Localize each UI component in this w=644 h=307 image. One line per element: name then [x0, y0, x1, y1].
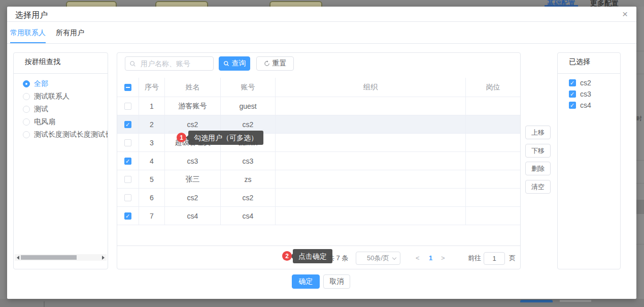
row-checkbox[interactable] [124, 121, 131, 128]
background-gray-button-sliver [560, 300, 591, 302]
item-checkbox[interactable] [569, 90, 576, 98]
goto-label: 前往 [468, 246, 481, 269]
current-page-button[interactable]: 1 [429, 246, 432, 269]
annotation-tooltip-1: 勾选用户（可多选） [188, 131, 263, 145]
radio-option-test[interactable]: 测试 [23, 103, 48, 115]
annotation-badge-1: 1 [177, 133, 186, 142]
user-search-input[interactable] [125, 56, 214, 71]
column-header-org: 组织 [276, 78, 466, 97]
reset-button[interactable]: 重置 [256, 56, 294, 71]
tab-bar: 常用联系人 所有用户 [7, 22, 636, 44]
tab-all-users[interactable]: 所有用户 [56, 22, 84, 43]
column-header-name: 姓名 [165, 78, 221, 97]
close-icon[interactable]: × [622, 9, 628, 20]
background-button-2 [155, 1, 208, 7]
query-button-label: 查询 [232, 59, 246, 68]
radio-icon [23, 118, 30, 126]
row-checkbox[interactable] [124, 103, 131, 110]
radio-icon [23, 80, 30, 87]
chevron-down-icon [392, 256, 396, 260]
background-button-1 [66, 1, 117, 7]
reset-button-label: 重置 [273, 59, 287, 68]
column-header-post: 岗位 [466, 78, 520, 97]
next-page-button[interactable]: > [441, 246, 445, 269]
horizontal-scrollbar[interactable] [15, 254, 107, 261]
background-page-right: 时 [636, 7, 644, 299]
radio-icon [23, 131, 30, 138]
row-checkbox[interactable] [124, 139, 131, 146]
cancel-button[interactable]: 取消 [323, 274, 350, 289]
group-panel-title: 按群组查找 [25, 57, 60, 67]
screen: 基础配置 更多配置 时 选择用户 × 常用联系人 所有用户 按群组查找 [0, 0, 644, 307]
confirm-button[interactable]: 确定 [292, 274, 320, 289]
radio-option-test-contacts[interactable]: 测试联系人 [23, 90, 70, 103]
user-table: 序号 姓名 账号 组织 岗位 1 游客账号 guest 2 [117, 78, 520, 225]
dialog-title: 选择用户 [15, 10, 48, 21]
background-button-3 [269, 1, 322, 7]
dialog-header: 选择用户 × [7, 7, 636, 22]
background-row-band [636, 200, 644, 214]
divider [558, 73, 620, 74]
radio-option-all[interactable]: 全部 [23, 77, 48, 90]
query-button[interactable]: 查询 [219, 56, 250, 71]
move-down-button[interactable]: 下移 [525, 144, 551, 158]
refresh-icon [264, 60, 270, 67]
delete-button[interactable]: 删除 [525, 162, 551, 175]
background-text-fragment: 时 [636, 115, 642, 122]
table-row[interactable]: 5 张三 zs [117, 170, 520, 189]
background-page-top: 基础配置 更多配置 [0, 0, 644, 7]
radio-icon [23, 106, 30, 113]
item-checkbox[interactable] [569, 102, 576, 109]
annotation-tooltip-2: 点击确定 [293, 249, 332, 263]
background-link-more-config: 更多配置 [590, 0, 619, 7]
table-row[interactable]: 4 cs3 cs3 [117, 152, 520, 170]
page-unit-label: 页 [509, 246, 516, 269]
radio-option-long-name[interactable]: 测试长度测试长度测试长度 [23, 128, 108, 141]
prev-page-button[interactable]: < [416, 246, 420, 269]
radio-option-fan[interactable]: 电风扇 [23, 115, 55, 128]
selected-item[interactable]: cs2 [569, 77, 591, 88]
tab-frequent-contacts[interactable]: 常用联系人 [10, 22, 46, 43]
table-row[interactable]: 7 cs4 cs4 [117, 207, 520, 225]
radio-icon [23, 93, 30, 100]
table-header-row: 序号 姓名 账号 组织 岗位 [117, 78, 520, 97]
column-header-index: 序号 [139, 78, 165, 97]
table-row[interactable]: 1 游客账号 guest [117, 97, 520, 115]
background-blue-button-sliver [520, 300, 553, 302]
scroll-right-icon[interactable] [102, 256, 105, 260]
divider [14, 73, 108, 74]
row-checkbox[interactable] [124, 176, 131, 183]
column-header-account: 账号 [221, 78, 276, 97]
active-tab-underline [10, 42, 46, 43]
search-icon [223, 60, 229, 67]
move-up-button[interactable]: 上移 [525, 126, 551, 139]
table-row[interactable]: 6 cs2 cs2 [117, 189, 520, 207]
row-checkbox[interactable] [124, 158, 131, 165]
scroll-left-icon[interactable] [17, 256, 19, 260]
item-checkbox[interactable] [569, 79, 576, 86]
user-table-panel: 查询 重置 序号 姓名 账号 组织 岗位 1 游客账号 [117, 52, 521, 269]
selected-item[interactable]: cs3 [569, 88, 591, 100]
scrollbar-thumb[interactable] [21, 255, 77, 260]
background-divider [44, 301, 45, 307]
row-checkbox[interactable] [124, 212, 131, 220]
clear-button[interactable]: 清空 [525, 180, 551, 194]
row-checkbox[interactable] [124, 194, 131, 201]
background-page-bottom [0, 299, 644, 307]
group-filter-panel: 按群组查找 全部 测试联系人 测试 电风扇 测试长度测试长度测试长度 [13, 52, 108, 269]
goto-page-input[interactable] [484, 252, 505, 265]
select-all-checkbox[interactable] [124, 84, 131, 91]
selected-item[interactable]: cs4 [569, 100, 591, 111]
table-row[interactable]: 2 cs2 cs2 [117, 115, 520, 134]
selected-panel: 已选择 cs2 cs3 cs4 [557, 52, 621, 269]
annotation-badge-2: 2 [282, 251, 292, 261]
page-size-select[interactable]: 50条/页 [356, 252, 400, 265]
selected-panel-title: 已选择 [569, 57, 590, 67]
